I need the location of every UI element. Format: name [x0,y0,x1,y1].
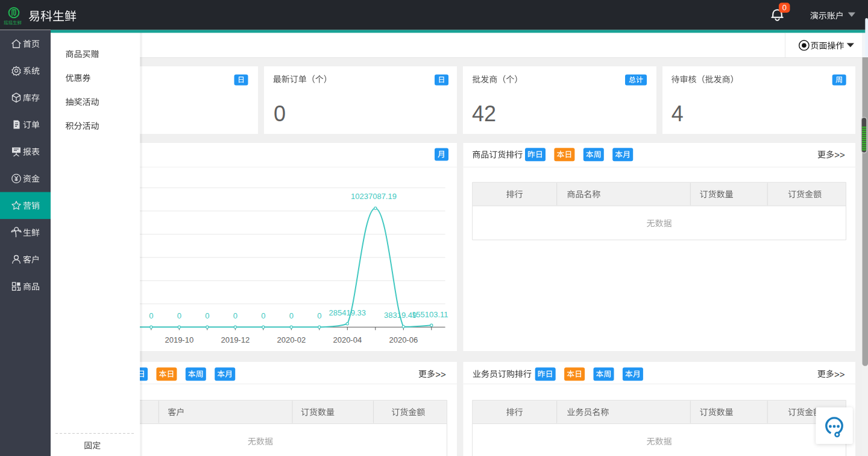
svg-text:0: 0 [233,311,237,320]
svg-text:0: 0 [261,311,265,320]
svg-text:0: 0 [274,101,286,126]
svg-text:2019-10: 2019-10 [165,335,193,344]
svg-text:2020-06: 2020-06 [389,335,418,344]
svg-text:>>: >> [834,369,845,379]
svg-text:155103.11: 155103.11 [412,310,448,319]
svg-text:2019-12: 2019-12 [221,335,250,344]
svg-text:4: 4 [671,101,684,126]
svg-text:2020-04: 2020-04 [333,335,362,344]
svg-text:>>: >> [435,369,446,379]
svg-text:>>: >> [834,150,845,160]
svg-text:0: 0 [317,311,321,320]
svg-text:0: 0 [177,311,181,320]
svg-text:0: 0 [289,311,294,320]
svg-text:42: 42 [472,101,496,126]
svg-text:0: 0 [782,3,787,12]
svg-text:285419.33: 285419.33 [329,308,366,317]
svg-text:2020-02: 2020-02 [277,335,306,344]
svg-text:10237087.19: 10237087.19 [351,192,397,201]
svg-text:0: 0 [149,311,153,320]
svg-text:0: 0 [205,311,209,320]
